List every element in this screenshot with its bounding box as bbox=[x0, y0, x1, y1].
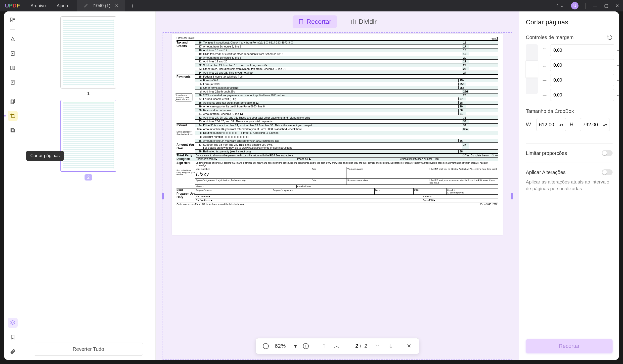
mode-crop[interactable]: Recortar bbox=[293, 15, 337, 28]
lock-aspect-toggle[interactable] bbox=[602, 150, 613, 156]
margin-bottom-input[interactable] bbox=[550, 59, 614, 71]
height-input[interactable] bbox=[583, 122, 603, 128]
margin-right-icon: ⟞ bbox=[541, 92, 548, 98]
duplicate-tool[interactable] bbox=[8, 125, 18, 135]
thumbnails-tool[interactable] bbox=[8, 15, 18, 25]
thumbnail-page-2[interactable] bbox=[60, 100, 116, 172]
margin-preview bbox=[526, 44, 538, 94]
cropbox-header: Tamanho da CropBox bbox=[526, 108, 574, 114]
crop-icon bbox=[298, 19, 304, 25]
margin-header: Controles de margem bbox=[526, 35, 574, 40]
prev-page-button[interactable]: ︿ bbox=[333, 342, 341, 350]
thumbnail-pane: 1 2 Reverter Tudo bbox=[21, 11, 156, 360]
split-tool[interactable] bbox=[8, 63, 18, 73]
thumbnail-label: 2 bbox=[85, 174, 92, 181]
margin-top-input[interactable] bbox=[550, 44, 614, 56]
lock-aspect-label: Limitar proporções bbox=[526, 150, 567, 156]
split-icon bbox=[350, 19, 356, 25]
title-bar: UPDF Arquivo Ajuda f1040 (1) ✕ ＋ 1 ⌄ U —… bbox=[0, 0, 623, 11]
last-page-button[interactable]: ⤓ bbox=[387, 342, 395, 350]
close-toolbar-button[interactable]: ✕ bbox=[405, 342, 413, 350]
document-area[interactable]: Form 1040 (2022)Page 2 Tax and Credits 1… bbox=[156, 32, 519, 360]
mode-split[interactable]: Dividir bbox=[345, 15, 382, 28]
width-label: W bbox=[526, 121, 533, 128]
close-window-button[interactable]: ✕ bbox=[615, 3, 619, 8]
spinner[interactable]: ▴▾ bbox=[617, 94, 619, 96]
margin-bottom-icon: ⎵ bbox=[541, 63, 548, 68]
separator bbox=[585, 3, 586, 9]
panel-title: Cortar páginas bbox=[526, 18, 613, 26]
divider bbox=[526, 143, 613, 144]
apply-changes-toggle[interactable] bbox=[602, 169, 613, 175]
separator bbox=[315, 342, 315, 350]
highlight-tool[interactable] bbox=[8, 34, 18, 44]
chevron-down-icon: ⌄ bbox=[560, 3, 564, 8]
svg-rect-12 bbox=[11, 129, 14, 132]
first-page-button[interactable]: ⤒ bbox=[320, 342, 328, 350]
spinner[interactable]: ▴▾ bbox=[617, 79, 619, 82]
spinner[interactable]: ▴▾ bbox=[603, 122, 607, 127]
extract-tool[interactable] bbox=[8, 48, 18, 58]
bottom-toolbar: 62%▾ ⤒ ︿ / 2 ﹀ ⤓ ✕ bbox=[256, 338, 419, 354]
svg-rect-9 bbox=[11, 100, 13, 104]
svg-rect-6 bbox=[10, 66, 12, 70]
avatar[interactable]: U bbox=[571, 2, 578, 9]
tool-tooltip: Cortar páginas bbox=[26, 151, 64, 161]
page-indicator: / 2 bbox=[346, 343, 369, 349]
crop-pages-tool[interactable] bbox=[8, 111, 18, 121]
tab-title: f1040 (1) bbox=[92, 3, 110, 8]
zoom-out-button[interactable] bbox=[262, 342, 270, 350]
apply-changes-note: Aplicar as alterações atuais ao interval… bbox=[526, 179, 613, 192]
margin-left-icon: ⟝ bbox=[541, 78, 548, 83]
apply-changes-label: Aplicar Alterações bbox=[526, 170, 566, 175]
mode-tabs: Recortar Dividir bbox=[156, 11, 519, 32]
svg-rect-13 bbox=[299, 20, 303, 24]
crop-handle-right[interactable] bbox=[511, 193, 513, 199]
layers-tool[interactable] bbox=[8, 318, 18, 328]
maximize-button[interactable]: ▢ bbox=[604, 3, 608, 8]
menu-arquivo[interactable]: Arquivo bbox=[25, 3, 51, 8]
right-panel: Cortar páginas Controles de margem ⎴▴▾ ⎵… bbox=[519, 11, 619, 360]
spinner[interactable]: ▴▾ bbox=[617, 49, 619, 52]
document-tab[interactable]: f1040 (1) ✕ bbox=[77, 0, 125, 11]
canvas: Recortar Dividir Form 1040 (2022)Page 2 … bbox=[156, 11, 519, 360]
spinner[interactable]: ▴▾ bbox=[617, 64, 619, 67]
unsaved-icon bbox=[84, 3, 88, 8]
app-body: Cortar páginas 1 2 Reverter Tudo Recorta… bbox=[4, 11, 619, 360]
tool-column bbox=[4, 11, 21, 360]
crop-handle-left[interactable] bbox=[162, 193, 164, 199]
svg-rect-1 bbox=[10, 21, 12, 22]
logo: UPDF bbox=[0, 2, 25, 9]
separator bbox=[400, 342, 400, 350]
margin-top-icon: ⎴ bbox=[541, 48, 548, 53]
thumbnail-label: 1 bbox=[60, 91, 116, 96]
zoom-select[interactable]: 62%▾ bbox=[275, 343, 297, 349]
spinner[interactable]: ▴▾ bbox=[559, 122, 563, 127]
attachment-tool[interactable] bbox=[8, 347, 18, 357]
svg-rect-7 bbox=[13, 66, 14, 70]
tab-count[interactable]: 1 ⌄ bbox=[557, 3, 564, 8]
mode-split-label: Dividir bbox=[359, 18, 377, 26]
reset-margins-icon[interactable] bbox=[607, 35, 613, 40]
svg-rect-11 bbox=[11, 129, 14, 132]
new-tab-button[interactable]: ＋ bbox=[125, 2, 140, 10]
revert-all-button[interactable]: Reverter Tudo bbox=[34, 343, 143, 356]
menu-ajuda[interactable]: Ajuda bbox=[51, 3, 74, 8]
bookmark-tool[interactable] bbox=[8, 332, 18, 342]
next-page-button[interactable]: ﹀ bbox=[374, 342, 382, 350]
margin-right-input[interactable] bbox=[550, 89, 614, 101]
svg-rect-10 bbox=[12, 99, 14, 103]
divider bbox=[526, 163, 613, 163]
minimize-button[interactable]: — bbox=[593, 3, 597, 8]
chevron-down-icon: ▾ bbox=[294, 343, 297, 349]
thumbnail-page-1[interactable] bbox=[60, 16, 116, 89]
rotate-tool[interactable] bbox=[8, 96, 18, 106]
replace-tool[interactable] bbox=[8, 77, 18, 87]
width-input[interactable] bbox=[539, 122, 559, 128]
pdf-page: Form 1040 (2022)Page 2 Tax and Credits 1… bbox=[172, 34, 503, 235]
close-tab-icon[interactable]: ✕ bbox=[115, 3, 119, 8]
crop-action-button[interactable]: Recortar bbox=[526, 339, 613, 353]
page-input[interactable] bbox=[346, 343, 358, 349]
margin-left-input[interactable] bbox=[550, 74, 614, 86]
zoom-in-button[interactable] bbox=[302, 342, 310, 350]
